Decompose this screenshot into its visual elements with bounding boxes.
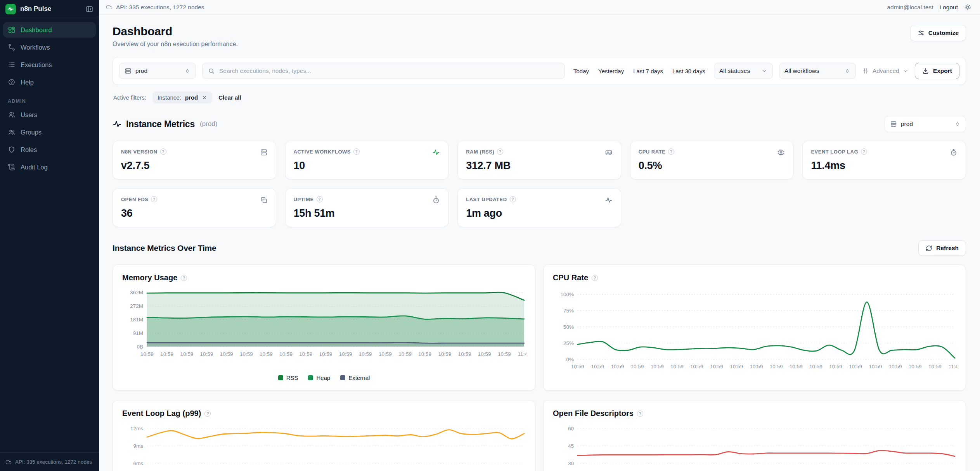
svg-text:10:59: 10:59 [398,351,412,357]
metric-label-text: CPU RATE [639,149,665,155]
logout-link[interactable]: Logout [940,4,958,11]
sidebar-item-users[interactable]: Users [3,107,96,122]
status-select[interactable]: All statuses [714,63,773,79]
svg-text:10:59: 10:59 [928,364,942,369]
svg-text:10:59: 10:59 [829,364,842,369]
sidebar-nav: DashboardWorkflowsExecutionsHelp [0,18,99,90]
help-icon[interactable]: ? [353,148,360,155]
help-icon[interactable]: ? [861,148,867,155]
svg-text:6ms: 6ms [133,461,143,466]
sliders-icon [918,29,925,36]
sidebar-item-dashboard[interactable]: Dashboard [3,22,96,38]
svg-text:10:59: 10:59 [651,364,664,369]
help-icon[interactable]: ? [592,275,598,281]
svg-text:10:59: 10:59 [670,364,684,369]
svg-text:9ms: 9ms [133,443,143,449]
svg-text:10:59: 10:59 [571,364,584,369]
collapse-sidebar-icon[interactable] [85,5,93,13]
metric-card-top: EVENT LOOP LAG? [811,148,957,156]
metric-card-top: N8N VERSION? [121,148,268,156]
svg-text:10:59: 10:59 [690,364,703,369]
chart-canvas: 100%75%50%25%0%10:5910:5910:5910:5910:59… [553,285,957,375]
svg-text:91M: 91M [133,330,143,336]
quick-range-last-30-days[interactable]: Last 30 days [672,68,705,74]
filter-chip[interactable]: Instance:prod [152,91,212,104]
chart-card-memory-usage: Memory Usage?362M272M181M91M0B10:5910:59… [113,264,535,391]
help-icon [8,78,16,86]
help-icon[interactable]: ? [637,411,643,417]
customize-button[interactable]: Customize [910,25,966,41]
svg-text:10:59: 10:59 [379,351,392,357]
remove-chip-icon[interactable] [202,95,207,100]
svg-text:10:59: 10:59 [849,364,862,369]
stopwatch-icon [432,196,440,204]
help-icon[interactable]: ? [204,411,211,417]
metric-label-text: UPTIME [294,197,314,202]
sidebar-item-audit-log[interactable]: Audit Log [3,159,96,175]
svg-text:10:59: 10:59 [279,351,293,357]
metric-label: OPEN FDS? [121,196,157,202]
sidebar-item-label: Help [21,79,34,86]
metric-label-text: ACTIVE WORKFLOWS [294,149,351,155]
workflow-select[interactable]: All workflows [779,63,856,79]
help-icon[interactable]: ? [160,148,166,155]
quick-range-today[interactable]: Today [573,68,589,74]
help-icon[interactable]: ? [317,196,323,202]
metric-label-text: LAST UPDATED [466,197,507,202]
section-subtitle: (prod) [200,120,217,128]
legend-label: External [348,374,370,381]
server-icon [890,121,897,128]
legend-label: RSS [286,374,298,381]
metric-cards-grid: N8N VERSION?v2.7.5ACTIVE WORKFLOWS?10RAM… [113,141,966,227]
svg-text:10:59: 10:59 [160,351,173,357]
search-input[interactable] [219,67,559,74]
help-icon[interactable]: ? [181,275,187,281]
metric-label-text: N8N VERSION [121,149,158,155]
svg-text:10:59: 10:59 [889,364,902,369]
section-title: Instance Metrics Over Time [113,243,216,253]
metric-card-uptime: UPTIME?15h 51m [285,188,449,227]
instance-metrics-header: Instance Metrics (prod) prod [113,116,966,132]
help-icon[interactable]: ? [510,196,516,202]
clear-all-filters[interactable]: Clear all [218,94,241,101]
sidebar-item-executions[interactable]: Executions [3,57,96,72]
activity-icon [432,148,440,156]
export-button[interactable]: Export [915,63,959,79]
help-icon[interactable]: ? [151,196,157,202]
refresh-button[interactable]: Refresh [918,240,966,256]
sidebar-item-roles[interactable]: Roles [3,142,96,157]
sidebar-item-help[interactable]: Help [3,74,96,90]
help-icon[interactable]: ? [668,148,674,155]
svg-text:10:59: 10:59 [240,351,253,357]
svg-text:10:59: 10:59 [260,351,273,357]
svg-text:10:59: 10:59 [498,351,511,357]
metric-card-top: UPTIME? [294,196,440,204]
svg-text:10:59: 10:59 [770,364,783,369]
quick-range-yesterday[interactable]: Yesterday [598,68,624,74]
page-subtitle: Overview of your n8n execution performan… [113,41,238,48]
chevron-down-icon [761,68,767,74]
metrics-instance-select[interactable]: prod [885,116,966,132]
filter-chips: Instance:prod [152,91,212,104]
sidebar-item-label: Executions [21,61,52,69]
svg-text:10:59: 10:59 [299,351,312,357]
cloud-icon [106,4,113,10]
theme-toggle-sun-icon[interactable] [964,3,971,11]
help-icon[interactable]: ? [497,148,503,155]
advanced-filters-toggle[interactable]: Advanced [862,67,909,74]
instance-select[interactable]: prod [119,63,196,79]
chart-canvas: 604530 [553,421,957,471]
refresh-icon [926,245,932,252]
api-status-text: API: 335 executions, 1272 nodes [116,4,204,11]
sidebar-footer-status: API: 335 executions, 1272 nodes [15,459,92,465]
quick-range-last-7-days[interactable]: Last 7 days [633,68,663,74]
chart-card-event-loop-lag-p99-: Event Loop Lag (p99)?12ms9ms6ms [113,400,535,471]
sidebar-item-workflows[interactable]: Workflows [3,40,96,55]
legend-label: Heap [316,374,330,381]
svg-text:10:59: 10:59 [339,351,352,357]
sidebar-item-groups[interactable]: Groups [3,124,96,140]
legend-item: Heap [308,374,330,381]
svg-text:10:59: 10:59 [909,364,922,369]
svg-text:0%: 0% [566,357,574,362]
svg-text:60: 60 [568,426,574,431]
